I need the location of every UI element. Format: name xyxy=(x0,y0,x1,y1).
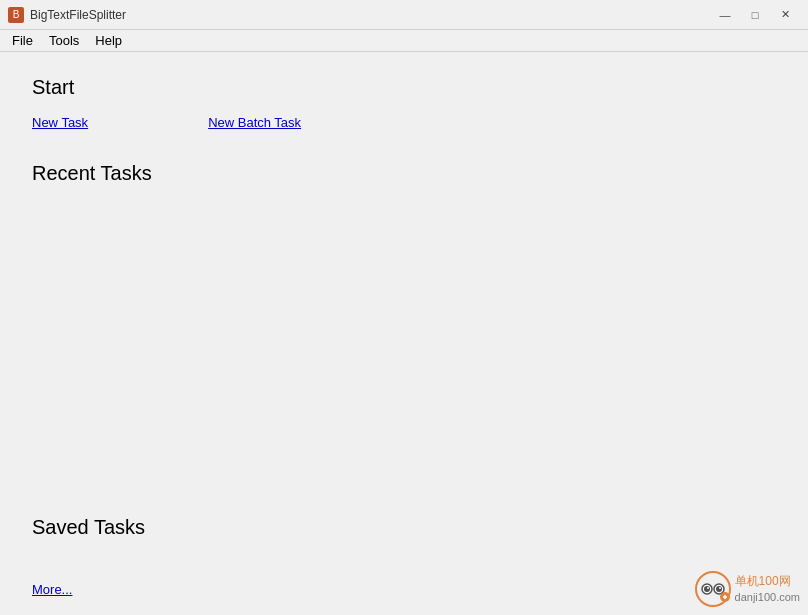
menu-bar: File Tools Help xyxy=(0,30,808,52)
main-content: Start New Task New Batch Task Recent Tas… xyxy=(0,52,808,615)
watermark-logo xyxy=(695,571,731,607)
svg-point-5 xyxy=(716,586,722,592)
maximize-button[interactable]: □ xyxy=(740,5,770,25)
start-section: Start New Task New Batch Task xyxy=(32,76,776,130)
saved-tasks-section: Saved Tasks xyxy=(32,516,145,555)
app-title: BigTextFileSplitter xyxy=(30,8,126,22)
new-task-link[interactable]: New Task xyxy=(32,115,88,130)
recent-tasks-title: Recent Tasks xyxy=(32,162,776,185)
watermark-site1: 单机100网 xyxy=(735,574,800,590)
menu-file[interactable]: File xyxy=(4,31,41,50)
svg-point-6 xyxy=(719,587,721,589)
window-controls: — □ ✕ xyxy=(710,5,800,25)
menu-tools[interactable]: Tools xyxy=(41,31,87,50)
app-icon: B xyxy=(8,7,24,23)
start-title: Start xyxy=(32,76,776,99)
watermark-site2: danji100.com xyxy=(735,590,800,604)
title-bar-left: B BigTextFileSplitter xyxy=(8,7,126,23)
new-batch-task-link[interactable]: New Batch Task xyxy=(208,115,301,130)
saved-tasks-title: Saved Tasks xyxy=(32,516,145,539)
title-bar: B BigTextFileSplitter — □ ✕ xyxy=(0,0,808,30)
menu-help[interactable]: Help xyxy=(87,31,130,50)
close-button[interactable]: ✕ xyxy=(770,5,800,25)
start-links: New Task New Batch Task xyxy=(32,115,776,130)
minimize-button[interactable]: — xyxy=(710,5,740,25)
watermark-text: 单机100网 danji100.com xyxy=(735,574,800,604)
watermark: 单机100网 danji100.com xyxy=(695,571,800,607)
recent-tasks-section: Recent Tasks xyxy=(32,162,776,185)
svg-point-3 xyxy=(707,587,709,589)
svg-point-2 xyxy=(704,586,710,592)
more-link[interactable]: More... xyxy=(32,582,72,597)
